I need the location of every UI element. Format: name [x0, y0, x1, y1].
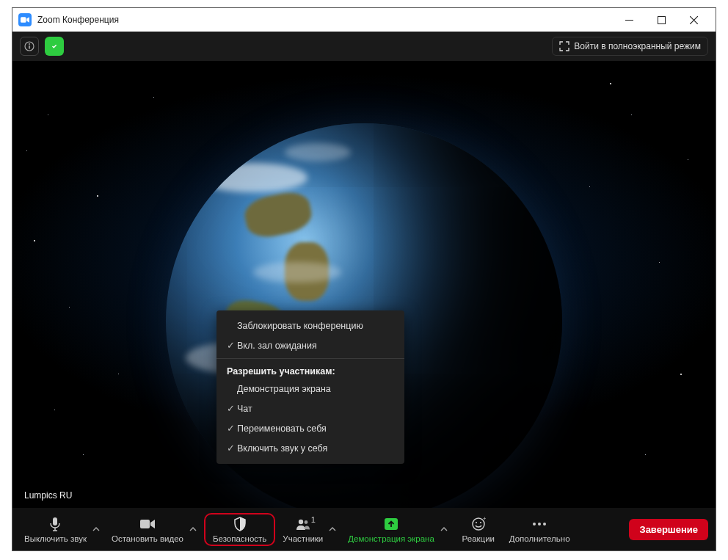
check-icon: ✓ [224, 423, 237, 434]
check-icon: ✓ [224, 403, 237, 414]
participant-nametag: Lumpics RU [18, 489, 78, 502]
maximize-button[interactable] [645, 8, 677, 32]
titlebar: Zoom Конференция [12, 8, 716, 32]
encryption-shield-icon[interactable] [45, 37, 64, 56]
fullscreen-icon [559, 41, 569, 51]
menu-heading-allow: Разрешить участникам: [216, 362, 404, 379]
menu-item-share-screen[interactable]: Демонстрация экрана [216, 379, 404, 399]
svg-point-7 [299, 519, 303, 523]
meeting-info-button[interactable] [20, 37, 39, 56]
ellipsis-icon [531, 516, 547, 532]
svg-point-15 [538, 523, 541, 526]
close-button[interactable] [677, 8, 710, 32]
end-meeting-button[interactable]: Завершение [629, 519, 708, 540]
fullscreen-label: Войти в полноэкранный режим [574, 41, 701, 51]
minimize-button[interactable] [613, 8, 645, 32]
share-options-caret[interactable] [439, 526, 449, 533]
fullscreen-button[interactable]: Войти в полноэкранный режим [552, 37, 708, 56]
meeting-topbar: Войти в полноэкранный режим [12, 32, 716, 61]
menu-item-chat[interactable]: ✓ Чат [216, 399, 404, 418]
microphone-icon [48, 516, 62, 532]
window-controls [613, 8, 710, 32]
svg-rect-1 [658, 16, 665, 23]
security-menu: Заблокировать конференцию ✓ Вкл. зал ожи… [216, 310, 404, 464]
more-button[interactable]: Дополнительно [505, 513, 575, 546]
participants-button[interactable]: 1 Участники [278, 513, 327, 546]
participants-options-caret[interactable] [327, 526, 338, 533]
participants-icon: 1 [295, 516, 311, 532]
svg-point-12 [480, 521, 481, 523]
video-area: Lumpics RU Заблокировать конференцию ✓ В… [12, 61, 716, 508]
security-button[interactable]: Безопасность [204, 513, 275, 546]
video-options-caret[interactable] [188, 526, 198, 533]
svg-rect-0 [21, 17, 26, 23]
mute-button[interactable]: Выключить звук [20, 513, 91, 546]
shield-icon [233, 516, 247, 532]
app-window: Zoom Конференция Войти в полноэкранный р… [12, 7, 716, 551]
reactions-icon: + [471, 516, 486, 532]
share-screen-icon [384, 516, 398, 532]
svg-text:+: + [483, 517, 486, 522]
zoom-icon [18, 13, 32, 26]
menu-item-unmute-self[interactable]: ✓ Включить звук у себя [216, 438, 404, 458]
svg-point-16 [543, 523, 546, 526]
mute-options-caret[interactable] [91, 526, 101, 533]
window-title: Zoom Конференция [37, 15, 613, 25]
svg-rect-4 [29, 46, 30, 49]
svg-rect-6 [140, 520, 150, 528]
menu-item-waiting-room[interactable]: ✓ Вкл. зал ожидания [216, 335, 404, 355]
meeting-toolbar: Выключить звук Остановить видео Безопасн… [12, 508, 716, 550]
svg-point-8 [304, 520, 307, 524]
menu-separator [216, 358, 404, 359]
svg-rect-5 [53, 517, 57, 526]
menu-item-rename[interactable]: ✓ Переименовать себя [216, 418, 404, 438]
svg-point-11 [476, 521, 477, 523]
svg-point-14 [533, 523, 536, 526]
check-icon: ✓ [224, 340, 237, 351]
share-screen-button[interactable]: Демонстрация экрана [343, 513, 439, 546]
video-button[interactable]: Остановить видео [107, 513, 188, 546]
participants-count: 1 [311, 515, 316, 524]
reactions-button[interactable]: + Реакции [455, 513, 502, 546]
menu-item-lock-meeting[interactable]: Заблокировать конференцию [216, 316, 404, 335]
camera-icon [139, 516, 156, 532]
svg-point-3 [29, 43, 30, 45]
check-icon: ✓ [224, 443, 237, 454]
